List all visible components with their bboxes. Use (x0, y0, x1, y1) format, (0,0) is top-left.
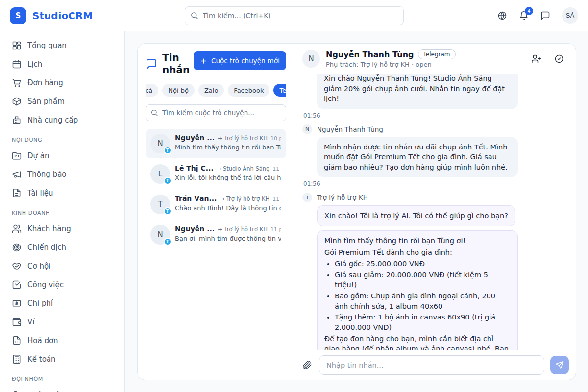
conversation-name: Lê Thị C... (175, 164, 214, 172)
chat-bubble: Mình tìm thấy thông tin rồi bạn Tùng ơi!… (317, 230, 518, 350)
document-icon (12, 188, 22, 198)
message-composer (294, 350, 576, 380)
filter-noi-bo[interactable]: Nội bộ (162, 84, 195, 97)
search-icon (150, 109, 158, 117)
sidebar-item-label: Thông báo (27, 170, 67, 179)
chat-bubble: Xin chào Nguyễn Thanh Tùng! Studio Ánh S… (317, 74, 518, 109)
check-circle-icon (554, 54, 564, 64)
sidebar-item-nhan-vien[interactable]: Nhân viên (6, 386, 119, 392)
avatar-initials: SÁ (566, 12, 574, 19)
check-square-icon (12, 280, 22, 290)
main-content: Tin nhắn Cuộc trò chuyện mới Tất cả Nội … (125, 31, 588, 392)
conversation-item[interactable]: LT Lê Thị C... → Studio Ánh Sáng 11 phút… (146, 159, 286, 189)
message-input[interactable] (319, 355, 544, 375)
sidebar-section-noi-dung: NỘI DUNG (12, 137, 113, 143)
chat-bubble: Mình nhận được tin nhắn ưu đãi chụp ảnh … (317, 137, 518, 177)
messages-button[interactable] (540, 11, 550, 21)
sidebar-section-doi-nhom: ĐỘI NHÓM (12, 376, 113, 382)
conversation-time: 10 phút trước (268, 135, 281, 142)
chat-bubble-icon (540, 11, 550, 21)
attach-button[interactable] (301, 360, 313, 370)
sidebar-item-label: Tổng quan (27, 41, 67, 50)
sidebar-item-label: Công việc (27, 280, 64, 289)
filter-facebook[interactable]: Facebook (228, 84, 270, 97)
channel-filters: Tất cả Nội bộ Zalo Facebook Telegram (146, 84, 286, 97)
calculator-icon (12, 354, 22, 364)
send-icon (555, 361, 564, 369)
bubble-bullet: Giá gốc: 25.000.000 VNĐ (335, 259, 511, 269)
sidebar-item-hoa-don[interactable]: Hoá đơn (6, 331, 119, 350)
filter-tat-ca[interactable]: Tất cả (146, 84, 158, 97)
sidebar-item-cong-viec[interactable]: Công việc (6, 275, 119, 294)
sidebar-item-vi[interactable]: Ví (6, 313, 119, 331)
sidebar-item-tong-quan[interactable]: Tổng quan (6, 36, 119, 55)
sidebar-item-co-hoi[interactable]: Cơ hội (6, 257, 119, 275)
app-title: StudioCRM (32, 10, 93, 22)
avatar: T (302, 193, 312, 202)
user-plus-icon (532, 54, 541, 64)
wallet-icon (12, 317, 22, 327)
bubble-subtitle: Gói Premium Tết dành cho gia đình: (324, 247, 511, 258)
notifications-button[interactable]: 4 (519, 11, 529, 21)
sidebar-item-nha-cung-cap[interactable]: Nhà cung cấp (6, 111, 119, 129)
sidebar-item-ke-toan[interactable]: Kế toán (6, 350, 119, 368)
conversation-preview: Mình tìm thấy thông tin rồi bạn Tùng ... (175, 144, 281, 151)
new-conversation-button[interactable]: Cuộc trò chuyện mới (194, 51, 286, 70)
telegram-badge: T (164, 177, 172, 185)
chat-panel: N Nguyễn Thanh Tùng Telegram Phụ trách: … (294, 44, 576, 380)
calendar-icon (12, 59, 22, 69)
sidebar-item-label: Chiến dịch (27, 243, 66, 252)
conversation-item[interactable]: NT Nguyễn ... → Trợ lý hỗ trợ KH 10 phút… (146, 129, 286, 158)
sidebar-item-label: Kế toán (27, 355, 56, 364)
conversation-item[interactable]: TT Trần Văn... → Trợ lý hỗ trợ KH 11 phú… (146, 190, 286, 219)
sidebar-item-chi-phi[interactable]: Chi phí (6, 294, 119, 313)
building-icon (12, 115, 22, 125)
invoice-icon (12, 336, 22, 345)
sidebar-item-label: Nhà cung cấp (27, 116, 78, 124)
global-search-input[interactable] (185, 6, 404, 25)
telegram-badge: T (164, 238, 172, 245)
topbar: S StudioCRM 4 SÁ (0, 0, 588, 31)
assign-user-button[interactable] (532, 54, 541, 64)
sidebar-item-san-pham[interactable]: Sản phẩm (6, 92, 119, 111)
conversation-search-input[interactable] (146, 104, 286, 121)
telegram-badge: T (164, 207, 172, 215)
user-avatar[interactable]: SÁ (562, 7, 578, 24)
filter-telegram[interactable]: Telegram (273, 84, 286, 97)
conversation-assignee: → Trợ lý hỗ trợ KH (218, 135, 268, 142)
message-time: 01:56 (303, 180, 568, 187)
sidebar-item-lich[interactable]: Lịch (6, 55, 119, 74)
sidebar-item-label: Tài liệu (27, 189, 53, 197)
avatar: N (302, 124, 312, 134)
sidebar-item-label: Cơ hội (27, 262, 50, 270)
package-icon (12, 97, 22, 106)
sidebar-item-don-hang[interactable]: Đơn hàng (6, 74, 119, 92)
conversation-list: NT Nguyễn ... → Trợ lý hỗ trợ KH 10 phút… (146, 129, 286, 249)
conversation-assignee: → Trợ lý hỗ trợ KH (220, 196, 270, 202)
bubble-intro: Mình tìm thấy thông tin rồi bạn Tùng ơi! (324, 236, 511, 246)
conversation-time: 11 phút trước (270, 196, 281, 202)
sidebar-item-khach-hang[interactable]: Khách hàng (6, 220, 119, 238)
language-button[interactable] (497, 11, 507, 21)
banknote-icon (12, 298, 22, 308)
conversation-item[interactable]: NT Nguyễn ... → Trợ lý hỗ trợ KH 11 phút… (146, 220, 286, 249)
sidebar: Tổng quan Lịch Đơn hàng Sản phẩm Nhà cun… (0, 31, 125, 392)
globe-icon (497, 11, 507, 21)
sidebar-item-tai-lieu[interactable]: Tài liệu (6, 184, 119, 202)
plus-icon (200, 57, 207, 65)
send-button[interactable] (550, 356, 569, 374)
resolve-button[interactable] (554, 54, 564, 64)
global-search (185, 6, 404, 25)
sidebar-item-label: Đơn hàng (27, 78, 63, 87)
sidebar-item-du-an[interactable]: Dự án (6, 147, 119, 165)
topbar-actions: 4 SÁ (416, 7, 578, 24)
message-list[interactable]: Xin chào Nguyễn Thanh Tùng! Studio Ánh S… (294, 74, 576, 350)
user-cog-icon (12, 390, 22, 392)
conversation-name: Nguyễn ... (175, 225, 215, 233)
filter-zalo[interactable]: Zalo (198, 84, 224, 97)
chat-avatar: N (302, 50, 320, 68)
sidebar-item-chien-dich[interactable]: Chiến dịch (6, 238, 119, 257)
sidebar-item-thong-bao[interactable]: Thông báo (6, 165, 119, 184)
channel-badge: Telegram (418, 49, 456, 59)
messaging-card: Tin nhắn Cuộc trò chuyện mới Tất cả Nội … (137, 43, 576, 380)
